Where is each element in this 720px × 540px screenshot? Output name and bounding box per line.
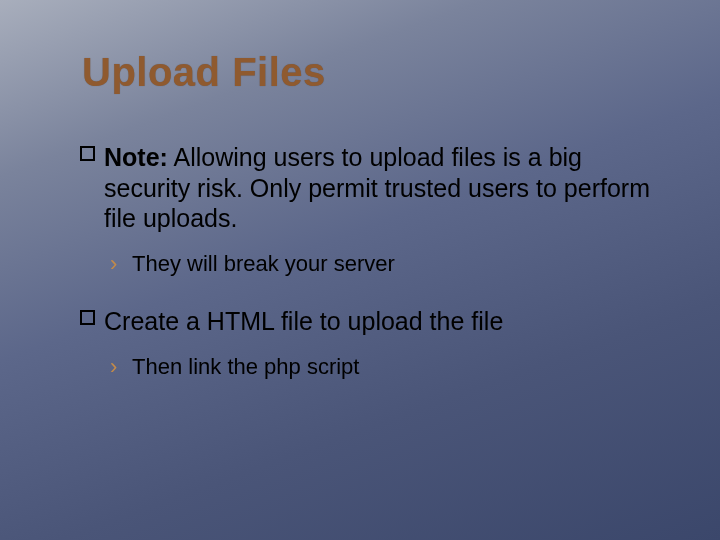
square-bullet-icon (80, 310, 95, 325)
bullet-item: Create a HTML file to upload the file (80, 306, 660, 337)
bullet-text: Allowing users to upload files is a big … (104, 143, 650, 232)
square-bullet-icon (80, 146, 95, 161)
sub-bullet-text: Then link the php script (132, 354, 359, 379)
bullet-item: Note: Allowing users to upload files is … (80, 142, 660, 234)
bullet-lead: Note: (104, 143, 168, 171)
slide-body: Note: Allowing users to upload files is … (80, 142, 660, 405)
sub-bullet-text: They will break your server (132, 251, 395, 276)
sub-bullet-item: › Then link the php script (110, 353, 660, 382)
bullet-text: Create a HTML file to upload the file (104, 307, 503, 335)
slide: Upload Files Note: Allowing users to upl… (0, 0, 720, 540)
slide-title: Upload Files (82, 50, 326, 95)
angle-bullet-icon: › (110, 353, 117, 382)
sub-bullet-item: › They will break your server (110, 250, 660, 279)
angle-bullet-icon: › (110, 250, 117, 279)
